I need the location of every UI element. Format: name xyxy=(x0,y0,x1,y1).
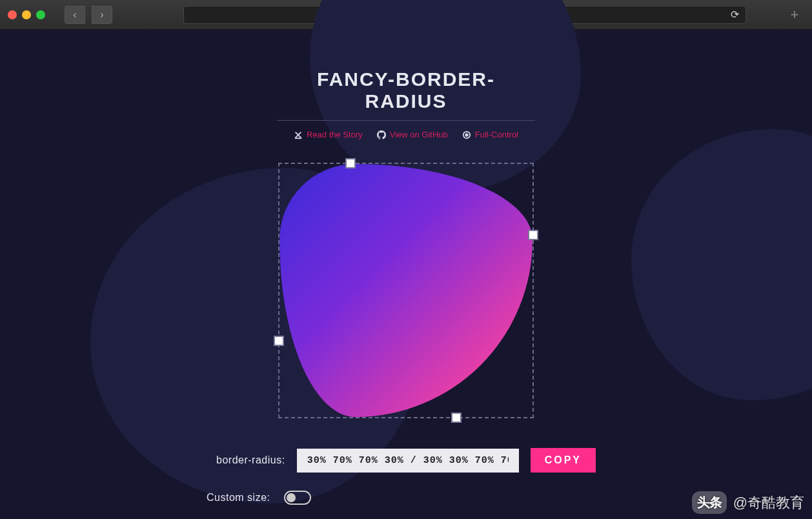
handle-top[interactable] xyxy=(345,158,356,168)
custom-size-row: Custom size: xyxy=(207,491,311,505)
link-label: Full-Control xyxy=(475,130,518,139)
view-github-link[interactable]: View on GitHub xyxy=(377,130,448,139)
copy-button[interactable]: COPY xyxy=(531,448,596,473)
read-story-link[interactable]: Read the Story xyxy=(294,130,363,139)
new-tab-button[interactable]: + xyxy=(785,6,804,23)
svg-point-1 xyxy=(465,134,468,136)
x-icon xyxy=(294,130,303,139)
close-window-button[interactable] xyxy=(8,10,17,19)
custom-size-toggle[interactable] xyxy=(284,491,311,505)
handle-bottom[interactable] xyxy=(451,412,462,423)
nav-forward-button[interactable]: › xyxy=(92,6,112,24)
toggle-knob xyxy=(287,493,296,502)
reload-icon[interactable]: ⟳ xyxy=(731,8,739,21)
custom-size-label: Custom size: xyxy=(207,492,270,504)
handle-left[interactable] xyxy=(274,336,284,346)
watermark: 头条 @奇酷教育 xyxy=(692,491,804,514)
border-radius-output[interactable] xyxy=(297,449,519,473)
full-control-link[interactable]: Full-Control xyxy=(462,130,518,139)
github-icon xyxy=(377,130,386,139)
shape-editor[interactable] xyxy=(278,163,534,418)
header-links: Read the Story View on GitHub Full-Contr… xyxy=(294,130,518,139)
watermark-text: @奇酷教育 xyxy=(733,493,804,513)
preview-shape xyxy=(279,164,533,417)
link-label: Read the Story xyxy=(307,130,363,139)
chevron-left-icon: ‹ xyxy=(73,9,76,21)
handle-right[interactable] xyxy=(528,230,538,240)
page-title: FANCY-BORDER-RADIUS xyxy=(277,68,535,121)
minimize-window-button[interactable] xyxy=(22,10,31,19)
output-row: border-radius: COPY xyxy=(216,448,596,473)
chevron-right-icon: › xyxy=(100,9,103,21)
output-label: border-radius: xyxy=(216,454,285,466)
maximize-window-button[interactable] xyxy=(36,10,45,19)
target-icon xyxy=(462,130,471,139)
link-label: View on GitHub xyxy=(390,130,448,139)
nav-back-button[interactable]: ‹ xyxy=(65,6,85,24)
window-controls xyxy=(8,10,45,19)
page-content: FANCY-BORDER-RADIUS Read the Story View … xyxy=(0,30,812,519)
watermark-logo: 头条 xyxy=(692,491,727,514)
